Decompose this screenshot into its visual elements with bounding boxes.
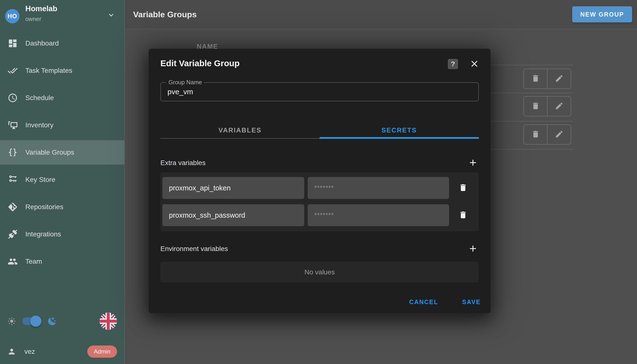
close-button[interactable] xyxy=(469,58,480,70)
sidebar-item-integrations[interactable]: Integrations xyxy=(0,222,124,246)
tab-label: VARIABLES xyxy=(219,126,262,134)
environment-variables-title: Environment variables xyxy=(160,245,228,253)
dialog-title: Edit Variable Group xyxy=(160,58,240,68)
app-window: Variable Groups NEW GROUP NAME xyxy=(0,0,637,364)
table-row-actions xyxy=(523,69,571,89)
sidebar-item-label: Repositories xyxy=(25,203,63,211)
tab-variables[interactable]: VARIABLES xyxy=(160,122,320,139)
sidebar-item-variable-groups[interactable]: Variable Groups xyxy=(0,140,124,164)
edit-group-button[interactable] xyxy=(548,69,571,88)
variable-row xyxy=(162,204,477,226)
variable-name-input[interactable] xyxy=(162,177,304,199)
sidebar-item-label: Key Store xyxy=(25,176,55,184)
table-row-actions xyxy=(523,96,571,116)
connection-icon xyxy=(8,229,18,239)
delete-variable-button[interactable] xyxy=(449,210,477,220)
toggle-thumb xyxy=(30,316,42,327)
project-name: Homelab xyxy=(25,4,57,13)
monitor-multiple-icon xyxy=(8,120,18,130)
tab-underline xyxy=(160,138,320,139)
sidebar-item-label: Team xyxy=(25,258,42,266)
language-flag-uk[interactable] xyxy=(99,312,117,330)
close-icon xyxy=(469,66,480,70)
code-braces-icon xyxy=(8,147,18,158)
extra-variables-list xyxy=(160,172,479,231)
group-name-input[interactable] xyxy=(161,83,478,101)
add-extra-variable-button[interactable] xyxy=(467,157,479,169)
help-button[interactable]: ? xyxy=(448,59,458,69)
pencil-icon xyxy=(555,130,564,139)
theme-switcher-row xyxy=(0,312,124,330)
check-all-icon xyxy=(8,66,18,76)
sidebar-item-label: Schedule xyxy=(25,94,54,102)
user-row[interactable]: vez Admin xyxy=(0,343,124,360)
project-switcher[interactable]: HO Homelab owner xyxy=(0,0,124,31)
chevron-down-icon xyxy=(107,11,116,20)
sidebar-item-dashboard[interactable]: Dashboard xyxy=(0,31,124,56)
sidebar-item-label: Task Templates xyxy=(25,67,72,74)
user-icon xyxy=(7,347,16,356)
trash-icon xyxy=(531,130,540,139)
dashboard-icon xyxy=(8,38,18,48)
clock-icon xyxy=(8,93,18,103)
add-environment-variable-button[interactable] xyxy=(467,243,479,255)
sidebar: HO Homelab owner Dashboard Task Template… xyxy=(0,0,125,364)
group-name-label: Group Name xyxy=(166,79,204,86)
project-avatar: HO xyxy=(5,9,20,23)
plus-icon xyxy=(468,251,478,254)
delete-group-button[interactable] xyxy=(524,97,548,116)
moon-icon xyxy=(47,316,57,326)
extra-variables-title: Extra variables xyxy=(160,159,205,167)
sidebar-item-label: Dashboard xyxy=(25,40,59,47)
pencil-icon xyxy=(555,74,564,84)
pencil-icon xyxy=(555,102,564,111)
tab-label: SECRETS xyxy=(381,126,417,134)
cancel-button[interactable]: CANCEL xyxy=(406,296,441,308)
page-title: Variable Groups xyxy=(133,10,197,19)
admin-badge: Admin xyxy=(87,346,117,358)
sidebar-item-inventory[interactable]: Inventory xyxy=(0,113,124,137)
delete-group-button[interactable] xyxy=(524,69,548,88)
edit-group-button[interactable] xyxy=(548,125,571,144)
tab-secrets[interactable]: SECRETS xyxy=(320,122,479,139)
edit-group-button[interactable] xyxy=(548,97,571,116)
sidebar-item-repositories[interactable]: Repositories xyxy=(0,195,124,219)
new-group-button[interactable]: NEW GROUP xyxy=(572,6,632,22)
keys-icon xyxy=(8,174,18,185)
sidebar-item-label: Integrations xyxy=(25,230,61,238)
sidebar-item-task-templates[interactable]: Task Templates xyxy=(0,58,124,83)
extra-variables-header: Extra variables xyxy=(160,157,479,169)
variable-value-input[interactable] xyxy=(308,177,449,199)
sidebar-item-label: Inventory xyxy=(25,121,53,129)
trash-icon xyxy=(531,74,540,84)
delete-variable-button[interactable] xyxy=(449,183,477,193)
team-icon xyxy=(8,256,18,266)
dialog-actions: CANCEL SAVE xyxy=(406,295,484,309)
sidebar-nav: Dashboard Task Templates Schedule Invent… xyxy=(0,31,124,276)
group-name-field: Group Name xyxy=(160,82,479,101)
save-button[interactable]: SAVE xyxy=(459,296,484,308)
delete-group-button[interactable] xyxy=(524,125,548,144)
edit-variable-group-dialog: Edit Variable Group ? Group Name VARIABL… xyxy=(149,49,491,313)
sidebar-item-key-store[interactable]: Key Store xyxy=(0,168,124,192)
sidebar-item-label: Variable Groups xyxy=(25,148,74,156)
sidebar-item-team[interactable]: Team xyxy=(0,249,124,274)
username: vez xyxy=(24,348,35,356)
sun-icon xyxy=(7,317,16,326)
variable-name-input[interactable] xyxy=(162,204,304,226)
dialog-tabs: VARIABLES SECRETS xyxy=(160,122,479,139)
top-bar: Variable Groups NEW GROUP xyxy=(125,0,637,29)
tab-underline-active xyxy=(320,137,479,139)
trash-icon xyxy=(459,183,468,193)
project-role: owner xyxy=(25,16,41,22)
table-row-actions xyxy=(523,124,571,145)
sidebar-item-schedule[interactable]: Schedule xyxy=(0,86,124,110)
environment-variables-header: Environment variables xyxy=(160,243,479,255)
git-icon xyxy=(8,202,18,212)
variable-row xyxy=(162,177,477,199)
trash-icon xyxy=(459,210,468,220)
environment-variables-empty: No values xyxy=(160,262,479,282)
trash-icon xyxy=(531,102,540,111)
dark-mode-toggle[interactable] xyxy=(23,317,41,325)
variable-value-input[interactable] xyxy=(308,204,449,226)
